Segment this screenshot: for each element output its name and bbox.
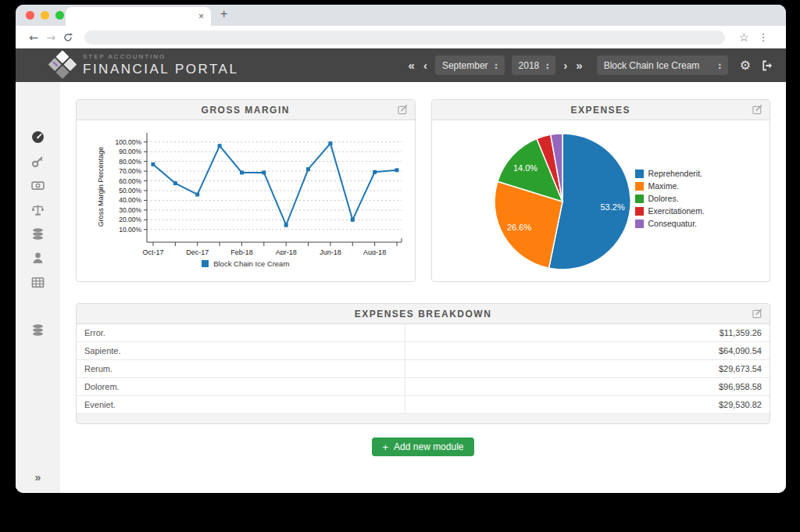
expenses-breakdown-module: EXPENSES BREAKDOWN Error. $11,359.26 Sap… bbox=[76, 303, 770, 424]
select-arrows-icon: ▴▾ bbox=[495, 62, 498, 70]
expense-amount: $96,958.58 bbox=[405, 378, 770, 395]
expense-amount: $64,090.54 bbox=[405, 342, 770, 359]
line-chart-svg: 10.00%20.00%30.00%40.00%50.00%60.00%70.0… bbox=[77, 120, 411, 255]
gross-margin-header: GROSS MARGIN bbox=[77, 100, 415, 120]
expenses-module: EXPENSES 53.2%26.6%14.0% Reprehenderit. … bbox=[431, 99, 771, 282]
expense-label: Sapiente. bbox=[77, 342, 405, 359]
svg-text:20.00%: 20.00% bbox=[119, 216, 141, 223]
dashboard-main: GROSS MARGIN 10.00%20.00%30.00%40.00%50.… bbox=[60, 82, 786, 493]
edit-module-icon[interactable] bbox=[752, 308, 763, 320]
expense-label: Rerum. bbox=[77, 360, 405, 377]
sidebar-item-user-icon[interactable] bbox=[31, 252, 45, 265]
expenses-header: EXPENSES bbox=[432, 100, 770, 120]
next-period-icon[interactable]: › bbox=[562, 59, 568, 72]
tab-close-icon[interactable]: × bbox=[198, 12, 204, 21]
sidebar-item-scale-icon[interactable] bbox=[31, 203, 45, 216]
company-select[interactable]: Block Chain Ice Cream ▴▾ bbox=[597, 55, 728, 75]
brand-logo bbox=[47, 50, 78, 81]
legend-swatch bbox=[635, 207, 644, 216]
sidebar-item-key-icon[interactable] bbox=[31, 155, 45, 168]
reload-icon[interactable] bbox=[62, 32, 73, 43]
expense-label: Error. bbox=[77, 324, 405, 341]
window-controls bbox=[26, 11, 64, 20]
sidebar-item-database-icon[interactable] bbox=[31, 227, 45, 241]
sidebar-secondary-group bbox=[31, 323, 45, 348]
svg-text:10.00%: 10.00% bbox=[119, 226, 141, 234]
add-new-module-button[interactable]: + Add new module bbox=[372, 437, 475, 456]
edit-module-icon[interactable] bbox=[752, 104, 763, 116]
svg-text:Dec-17: Dec-17 bbox=[186, 248, 209, 255]
svg-text:Feb-18: Feb-18 bbox=[230, 248, 253, 255]
table-row[interactable]: Sapiente. $64,090.54 bbox=[77, 342, 770, 360]
pie-legend-item: Reprehenderit. bbox=[635, 169, 705, 178]
forward-icon[interactable]: → bbox=[42, 31, 59, 44]
brand-title: FINANCIAL PORTAL bbox=[83, 62, 238, 77]
legend-label: Exercitationem. bbox=[648, 206, 705, 216]
svg-text:53.2%: 53.2% bbox=[600, 202, 624, 212]
browser-toolbar: ← → ☆ ⋮ bbox=[16, 26, 786, 48]
expense-label: Dolorem. bbox=[77, 378, 405, 395]
plus-icon: + bbox=[383, 442, 389, 452]
svg-text:30.00%: 30.00% bbox=[119, 206, 141, 214]
pie-legend-item: Maxime. bbox=[635, 181, 705, 191]
gross-margin-title: GROSS MARGIN bbox=[202, 105, 290, 116]
table-footer bbox=[77, 414, 770, 423]
maximize-window-button[interactable] bbox=[55, 11, 64, 20]
table-row[interactable]: Rerum. $29,673.54 bbox=[77, 360, 770, 378]
sidebar-expand-icon[interactable]: » bbox=[16, 471, 60, 484]
expenses-breakdown-header: EXPENSES BREAKDOWN bbox=[77, 304, 770, 324]
svg-text:90.00%: 90.00% bbox=[119, 148, 141, 155]
svg-text:26.6%: 26.6% bbox=[506, 223, 530, 232]
month-select[interactable]: September ▴▾ bbox=[435, 55, 505, 75]
svg-text:Jun-18: Jun-18 bbox=[320, 248, 341, 255]
svg-text:14.0%: 14.0% bbox=[512, 163, 537, 173]
prev-period-icon[interactable]: ‹ bbox=[423, 59, 428, 72]
fast-prev-period-icon[interactable]: « bbox=[408, 59, 416, 72]
svg-text:40.00%: 40.00% bbox=[119, 196, 141, 204]
sidebar-item-database-icon[interactable] bbox=[31, 323, 45, 337]
sidebar-item-money-icon[interactable] bbox=[31, 179, 45, 192]
browser-tab[interactable]: × bbox=[66, 7, 211, 26]
year-select[interactable]: 2018 ▴▾ bbox=[512, 55, 556, 75]
legend-swatch bbox=[635, 182, 644, 191]
sidebar-item-table-icon[interactable] bbox=[31, 276, 45, 289]
edit-module-icon[interactable] bbox=[397, 104, 409, 116]
table-row[interactable]: Dolorem. $96,958.58 bbox=[77, 378, 770, 396]
fast-next-period-icon[interactable]: » bbox=[575, 59, 583, 72]
svg-text:100.00%: 100.00% bbox=[115, 138, 141, 146]
svg-text:Aug-18: Aug-18 bbox=[363, 248, 386, 255]
svg-text:Gross Margin Percentage: Gross Margin Percentage bbox=[97, 147, 105, 227]
legend-label: Block Chain Ice Cream bbox=[213, 259, 289, 268]
new-tab-button[interactable]: + bbox=[220, 7, 227, 21]
browser-tab-strip: × + bbox=[16, 5, 786, 26]
close-window-button[interactable] bbox=[26, 11, 34, 20]
sidebar-item-dashboard-icon[interactable] bbox=[31, 130, 45, 144]
settings-gear-icon[interactable]: ⚙ bbox=[740, 58, 751, 73]
brand-block: STEP ACCOUNTING FINANCIAL PORTAL bbox=[83, 53, 238, 77]
legend-label: Reprehenderit. bbox=[648, 169, 702, 178]
pie-chart-area: 53.2%26.6%14.0% Reprehenderit. Maxime. D… bbox=[432, 120, 770, 281]
svg-text:50.00%: 50.00% bbox=[119, 187, 141, 195]
browser-menu-icon[interactable]: ⋮ bbox=[759, 31, 769, 43]
expense-amount: $29,530.82 bbox=[405, 396, 770, 413]
address-bar[interactable] bbox=[84, 30, 725, 45]
pie-chart-legend: Reprehenderit. Maxime. Dolores. Exercita… bbox=[635, 169, 705, 231]
table-row[interactable]: Error. $11,359.26 bbox=[77, 324, 770, 342]
legend-swatch bbox=[635, 170, 644, 178]
brand-subtitle: STEP ACCOUNTING bbox=[83, 53, 238, 60]
expense-amount: $11,359.26 bbox=[405, 324, 770, 341]
expense-amount: $29,673.54 bbox=[405, 360, 770, 377]
expenses-pie-chart: 53.2%26.6%14.0% bbox=[432, 120, 770, 284]
minimize-window-button[interactable] bbox=[41, 11, 49, 20]
legend-label: Dolores. bbox=[648, 194, 679, 203]
bookmark-star-icon[interactable]: ☆ bbox=[739, 31, 749, 44]
back-icon[interactable]: ← bbox=[25, 31, 42, 44]
pie-chart-svg: 53.2%26.6%14.0% bbox=[432, 120, 768, 281]
legend-swatch bbox=[635, 220, 644, 228]
svg-text:Oct-17: Oct-17 bbox=[142, 248, 163, 255]
pie-legend-item: Exercitationem. bbox=[635, 206, 705, 216]
table-row[interactable]: Eveniet. $29,530.82 bbox=[77, 396, 770, 414]
select-arrows-icon: ▴▾ bbox=[719, 62, 721, 70]
logout-icon[interactable] bbox=[761, 59, 773, 72]
legend-swatch bbox=[202, 260, 209, 267]
